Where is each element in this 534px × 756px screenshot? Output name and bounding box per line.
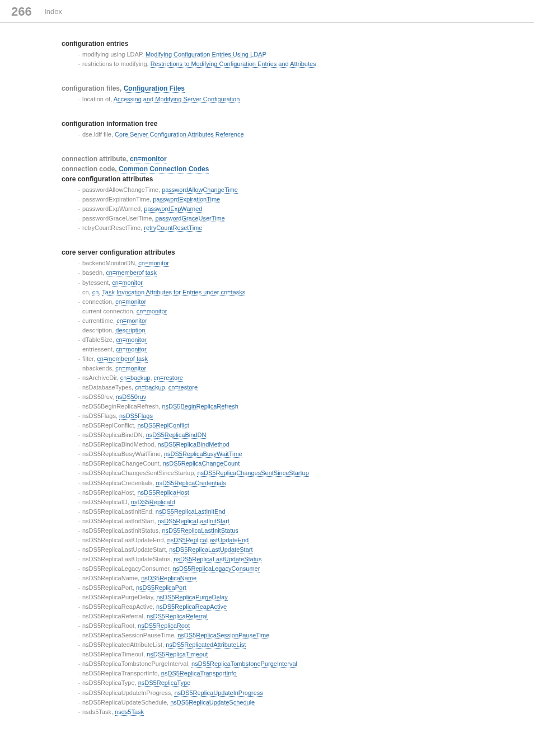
bullet-icon: - [78,500,80,505]
item-link[interactable]: nsDS5ReplicaId [131,499,175,506]
item-link[interactable]: nsDS5ReplicaBindMethod [158,441,229,448]
bullet-icon: - [78,385,80,391]
separator: , [150,374,153,381]
item-link[interactable]: nsDS5ReplicaPurgeDelay [156,594,227,601]
item-link[interactable]: nsDS5ReplicaLegacyConsumer [172,565,260,572]
bullet-icon: - [78,52,80,58]
item-text: nsDS5ReplicaUpdateSchedule, [82,699,170,706]
item-link[interactable]: nsDS5ReplicaSessionPauseTime [177,632,269,639]
item-link[interactable]: passwordGraceUserTime [155,215,224,222]
item-link[interactable]: cn=monitor [116,346,147,353]
item-link[interactable]: nsDS5ReplicaChangesSentSinceStartup [197,469,308,477]
item-link[interactable]: nsds5Task [115,708,144,716]
heading-plain: configuration files, [62,84,124,92]
item-link[interactable]: nsDS5ReplicaBindDN [146,431,207,439]
bullet-icon: - [78,290,80,295]
item-text: nsDS5ReplicaLastInitStatus, [82,527,162,534]
bullet-icon: - [78,700,80,706]
item-link[interactable]: nsDS5ReplicaChangeCount [163,460,240,467]
item-link[interactable]: nsDS5ReplicaName [141,575,196,582]
item-text: connection, [82,298,115,305]
list-item: -nsDS5ReplicaHost, nsDS5ReplicaHost [78,488,534,497]
item-link[interactable]: nsDS5ReplicaLastInitStatus [162,527,238,534]
list-item: -nsDS5ReplicaSessionPauseTime, nsDS5Repl… [78,631,534,640]
heading-link[interactable]: Configuration Files [124,84,185,93]
item-text: description, [82,327,115,334]
heading-link[interactable]: cn=monitor [130,155,167,163]
item-text: nsDS5ReplicaBusyWaitTime, [82,450,164,457]
item-link[interactable]: description [115,327,145,334]
item-link[interactable]: cn=monitor [138,260,169,267]
item-link[interactable]: nsDS5ReplicaUpdateInProgress [174,689,263,697]
item-link[interactable]: nsDS5ReplicatedAttributeList [166,641,246,649]
item-text: nsDS5ReplicaTimeout, [82,651,147,658]
item-link[interactable]: Restrictions to Modifying Configuration … [151,60,316,68]
item-text: entriessent, [82,346,116,353]
item-link[interactable]: nsDS5ReplicaLastUpdateEnd [167,537,249,544]
section-configuration-files: configuration files, Configuration Files… [62,84,534,104]
item-link[interactable]: nsDS5BeginReplicaRefresh [162,403,238,410]
item-link[interactable]: nsDS5ReplicaReferral [147,613,208,620]
item-text: cn, [82,289,92,295]
item-link[interactable]: nsDS5ReplicaHost [137,489,189,496]
list-item: -nsDS5ReplicaPort, nsDS5ReplicaPort [78,583,534,593]
item-link[interactable]: nsDS5ReplicaTransportInfo [161,670,237,677]
item-link[interactable]: nsDS5ReplicaTombstonePurgeInterval [191,660,297,668]
item-link[interactable]: cn=monitor [115,298,146,306]
item-link[interactable]: cn=backup [120,374,151,382]
item-link[interactable]: nsDS5Flags [119,412,153,420]
item-link[interactable]: Core Server Configuration Attributes Ref… [115,131,244,138]
item-link[interactable]: nsDS5ReplicaBusyWaitTime [164,450,242,458]
item-text: location of, [82,96,114,102]
bullet-icon: - [78,404,80,410]
bullet-icon: - [78,519,80,524]
item-link[interactable]: nsDS5ReplicaUpdateSchedule [170,699,255,706]
item-text: nsDS5ReplicaID, [82,499,131,505]
item-link[interactable]: cn=restore [154,374,183,382]
item-link[interactable]: retryCountResetTime [144,224,202,232]
item-link[interactable]: cn=monitor [112,279,143,287]
item-link[interactable]: nsDS5ReplConflict [137,422,189,429]
list-item: -entriessent, cn=monitor [78,345,534,354]
item-link[interactable]: nsDS5ReplicaTimeout [147,651,208,658]
item-link[interactable]: Modifying Configuration Entries Using LD… [146,51,266,58]
item-link[interactable]: cn [92,289,99,296]
item-link[interactable]: nsDS50ruv [116,393,146,401]
item-link[interactable]: nsDS5ReplicaLastInitEnd [156,508,226,515]
item-link[interactable]: nsDS5ReplicaRoot [138,622,190,630]
list-item: -nsDS5ReplicaPurgeDelay, nsDS5ReplicaPur… [78,593,534,602]
item-text: nsDS5ReplicaSessionPauseTime, [82,632,177,638]
list-item: -nsDS5ReplicaLastInitStart, nsDS5Replica… [78,516,534,526]
item-link[interactable]: cn=monitor [116,336,147,344]
item-link[interactable]: cn=monitor [116,317,147,325]
item-link[interactable]: cn=memberof task [97,355,148,363]
list-item: -backendMonitorDN, cn=monitor [78,259,534,268]
item-link[interactable]: nsDS5ReplicaLastInitStart [158,518,229,525]
item-link[interactable]: nsDS5ReplicaReapActive [156,603,227,611]
bullet-icon: - [78,680,80,686]
item-link[interactable]: nsDS5ReplicaType [138,679,191,687]
heading-link[interactable]: Common Connection Codes [119,165,209,173]
item-text: nsDS5ReplConflict, [82,422,137,429]
item-link[interactable]: cn=backup [135,384,165,391]
item-link[interactable]: cn=restore [168,384,198,391]
item-link[interactable]: passwordExpirationTime [153,196,220,203]
item-link[interactable]: cn=memberof task [106,269,157,276]
section-heading: connection attribute, cn=monitor [62,155,534,163]
item-text: restrictions to modifying, [82,60,151,67]
item-text: nsDS5ReplicaTombstonePurgeInterval, [82,660,191,667]
item-link[interactable]: Accessing and Modifying Server Configura… [114,96,240,103]
item-link[interactable]: nsDS5ReplicaCredentials [156,480,226,487]
item-link[interactable]: passwordExpWarned [144,205,202,213]
item-link[interactable]: cn=monitor [137,308,167,315]
item-link[interactable]: nsDS5ReplicaLastUpdateStatus [174,556,261,563]
item-link[interactable]: Task Invocation Attributes for Entries u… [102,289,245,296]
item-link[interactable]: cn=monitor [115,365,146,372]
item-text: passwordExpirationTime, [82,196,153,203]
item-text: dse.ldif file, [82,131,115,138]
bullet-icon: - [78,576,80,581]
item-link[interactable]: nsDS5ReplicaLastUpdateStart [169,546,252,553]
item-link[interactable]: nsDS5ReplicaPort [136,584,186,591]
item-link[interactable]: passwordAllowChangeTime [162,186,238,194]
list-item: -nsDS5Flags, nsDS5Flags [78,411,534,421]
